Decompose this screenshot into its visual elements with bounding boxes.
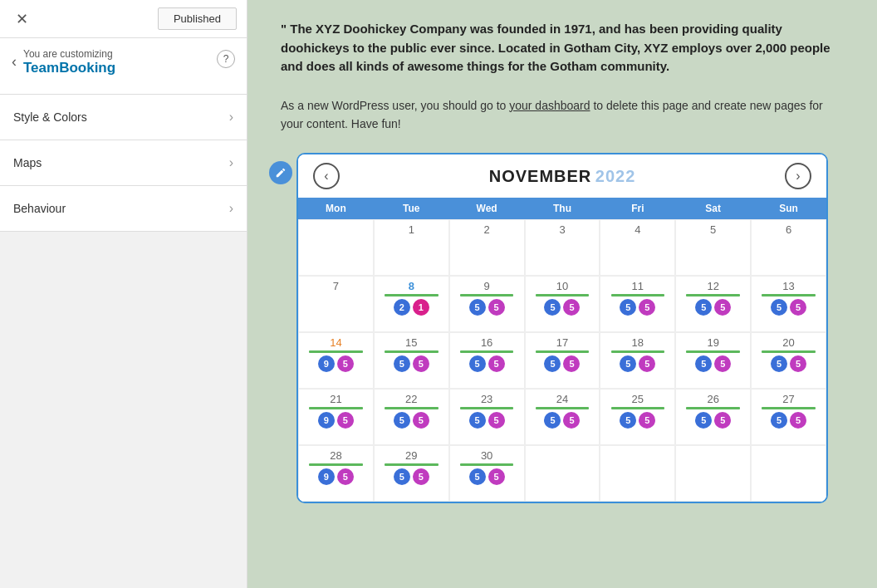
menu-item-style-colors[interactable]: Style & Colors › [0, 95, 247, 140]
table-row[interactable]: 21 9 5 [298, 389, 374, 445]
table-row: 1 [374, 219, 449, 276]
table-row[interactable]: 24 5 5 [525, 389, 600, 445]
table-row[interactable]: 8 2 1 [374, 276, 449, 332]
table-row[interactable]: 23 5 5 [449, 389, 525, 445]
calendar-dots: 5 5 [771, 299, 806, 316]
day-header-sun: Sun [751, 198, 826, 219]
chevron-right-icon: › [229, 155, 233, 170]
dot: 5 [394, 355, 410, 372]
calendar-dots: 5 5 [620, 355, 655, 372]
customizing-text: You are customizing TeamBooking [23, 48, 217, 76]
published-button[interactable]: Published [158, 7, 237, 30]
top-bar: ✕ Published [0, 0, 247, 38]
menu-item-maps[interactable]: Maps › [0, 140, 247, 186]
calendar-header: ‹ NOVEMBER 2022 › [298, 154, 826, 198]
table-row[interactable]: 14 9 5 [298, 332, 374, 389]
right-panel: " The XYZ Doohickey Company was founded … [247, 0, 877, 588]
table-row[interactable]: 28 9 5 [298, 445, 374, 502]
dot: 5 [714, 355, 731, 372]
table-row: 6 [751, 219, 826, 276]
edit-icon[interactable] [269, 161, 292, 184]
table-row [675, 445, 751, 502]
menu-item-behaviour[interactable]: Behaviour › [0, 186, 247, 232]
dashboard-link[interactable]: your dashboard [509, 99, 590, 112]
day-header-mon: Mon [298, 198, 374, 219]
calendar-bar [385, 294, 438, 296]
dot: 5 [488, 412, 505, 429]
dot: 5 [413, 468, 429, 485]
table-row[interactable]: 9 5 5 [449, 276, 525, 332]
calendar-dots: 5 5 [469, 299, 505, 316]
calendar-bar [686, 294, 740, 296]
calendar-bar [309, 463, 363, 466]
calendar-prev-button[interactable]: ‹ [313, 163, 340, 189]
menu-item-label: Behaviour [13, 202, 66, 215]
calendar-dots: 5 5 [695, 299, 731, 316]
dot: 5 [488, 468, 505, 485]
dot: 5 [337, 412, 354, 429]
table-row[interactable]: 16 5 5 [449, 332, 525, 389]
day-header-wed: Wed [449, 198, 525, 219]
calendar-bar [309, 350, 363, 353]
dot: 5 [639, 299, 655, 316]
table-row[interactable]: 19 5 5 [675, 332, 751, 389]
calendar-bar [460, 407, 514, 409]
dot: 5 [394, 412, 410, 429]
dot: 9 [318, 355, 335, 372]
customizing-block: ‹ You are customizing TeamBooking ? [0, 38, 247, 95]
calendar-bar [536, 407, 590, 409]
table-row[interactable]: 26 5 5 [675, 389, 751, 445]
dot: 5 [394, 468, 410, 485]
table-row [525, 445, 600, 502]
calendar-bar [686, 350, 740, 353]
table-row[interactable]: 27 5 5 [751, 389, 826, 445]
table-row[interactable]: 29 5 5 [374, 445, 449, 502]
calendar-next-button[interactable]: › [785, 163, 811, 189]
dot: 5 [790, 355, 806, 372]
table-row [600, 445, 675, 502]
calendar-dots: 5 5 [620, 412, 655, 429]
table-row[interactable]: 15 5 5 [374, 332, 449, 389]
calendar-dots: 5 5 [771, 412, 806, 429]
help-button[interactable]: ? [217, 50, 235, 68]
table-row[interactable]: 12 5 5 [675, 276, 751, 332]
dot: 2 [394, 299, 410, 316]
calendar-dots: 5 5 [771, 355, 806, 372]
dot: 5 [771, 412, 787, 429]
close-button[interactable]: ✕ [10, 7, 33, 31]
calendar-bar [762, 407, 816, 409]
table-row[interactable]: 18 5 5 [600, 332, 675, 389]
calendar-dots: 9 5 [318, 468, 354, 485]
table-row [751, 445, 826, 502]
close-icon: ✕ [16, 10, 28, 28]
table-row[interactable]: 25 5 5 [600, 389, 675, 445]
calendar-month: NOVEMBER [489, 167, 592, 185]
calendar-dots: 2 1 [394, 299, 429, 316]
dot: 5 [488, 355, 505, 372]
table-row[interactable]: 13 5 5 [751, 276, 826, 332]
table-row[interactable]: 17 5 5 [525, 332, 600, 389]
table-row[interactable]: 10 5 5 [525, 276, 600, 332]
calendar-bar [536, 350, 590, 353]
calendar-dots: 5 5 [544, 299, 580, 316]
calendar-dots: 5 5 [695, 412, 731, 429]
calendar-bar [762, 294, 816, 296]
calendar-bar [460, 350, 514, 353]
quote-mark: " [281, 22, 290, 36]
table-row[interactable]: 30 5 5 [449, 445, 525, 502]
table-row[interactable]: 11 5 5 [600, 276, 675, 332]
dot: 5 [337, 468, 354, 485]
back-button[interactable]: ‹ [12, 53, 23, 71]
dot: 5 [469, 355, 486, 372]
table-row[interactable]: 20 5 5 [751, 332, 826, 389]
calendar-bar [385, 407, 438, 409]
team-booking-title: TeamBooking [23, 60, 217, 76]
dot: 5 [714, 299, 731, 316]
calendar-dots: 5 5 [544, 412, 580, 429]
calendar-bar [611, 350, 665, 353]
calendar-bar [686, 407, 740, 409]
calendar-dots: 5 5 [394, 355, 429, 372]
calendar-bar [611, 294, 665, 296]
calendar-dots: 5 5 [469, 355, 505, 372]
table-row[interactable]: 22 5 5 [374, 389, 449, 445]
